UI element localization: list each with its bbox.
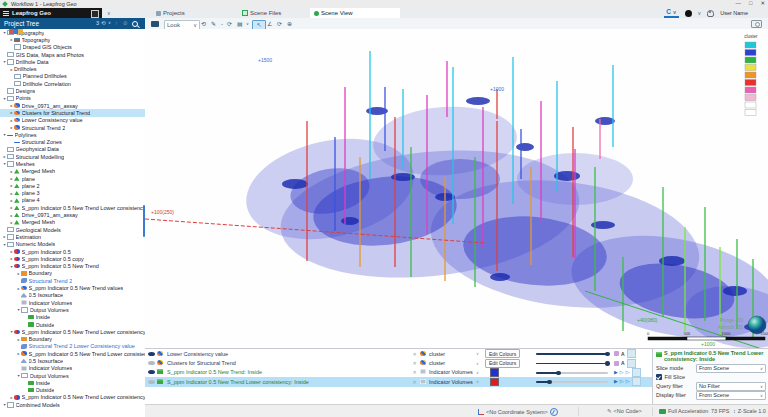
- user-name[interactable]: User Name: [720, 10, 748, 16]
- remove-icon[interactable]: ✕: [409, 351, 420, 357]
- flag-icon[interactable]: [614, 351, 619, 356]
- tree-item[interactable]: ▾S_ppm Indicator 0.5 New Trend Lower con…: [0, 328, 145, 335]
- tree-item[interactable]: Inside: [0, 314, 145, 321]
- tree-item[interactable]: ▸plane: [0, 175, 145, 182]
- shape-row[interactable]: S_ppm Indicator 0.5 New Trend Lower cons…: [145, 377, 652, 386]
- expander-closed-icon[interactable]: ▸: [9, 198, 14, 203]
- tree-item[interactable]: GIS Data, Maps and Photos: [0, 51, 145, 58]
- step-forward-icon[interactable]: ▷: [626, 379, 630, 384]
- chevron-down-icon[interactable]: ∨: [476, 361, 485, 366]
- orbit-icon[interactable]: ⟲: [200, 20, 207, 28]
- tree-item[interactable]: ▸S_ppm Indicator 0.5: [0, 248, 145, 255]
- tree-item[interactable]: ▸S_ppm Indicator 0.5 New Trend Lower con…: [0, 394, 145, 401]
- tree-item[interactable]: Indicator Volumes: [0, 365, 145, 372]
- tree-item[interactable]: Structural Trend 2: [0, 277, 145, 284]
- play-icon[interactable]: ▶: [614, 370, 618, 375]
- slicer-icon[interactable]: ▤: [236, 20, 244, 28]
- expander-closed-icon[interactable]: ▸: [9, 169, 14, 174]
- opacity-slider[interactable]: [534, 368, 614, 377]
- tree-item[interactable]: ▸Drillholes: [0, 65, 145, 72]
- legend-colour-chip[interactable]: [745, 72, 756, 78]
- slider-knob[interactable]: [556, 371, 561, 376]
- tree-item[interactable]: ▸Merged Mesh: [0, 219, 145, 226]
- refresh-icon[interactable]: ⟲: [101, 20, 106, 26]
- text-format-icon[interactable]: A: [621, 360, 625, 366]
- tree-item[interactable]: Structural Zones: [0, 138, 145, 145]
- tree-item[interactable]: Planned Drillholes: [0, 73, 145, 80]
- visibility-cell[interactable]: [145, 380, 157, 384]
- tree-item[interactable]: Indicator Volumes: [0, 299, 145, 306]
- tree-item[interactable]: ▸Drive_0971_am_assay: [0, 102, 145, 109]
- visibility-cell[interactable]: [145, 370, 157, 374]
- tree-item[interactable]: ▾Combined Models: [0, 401, 145, 408]
- slider-knob[interactable]: [547, 380, 552, 385]
- tree-item[interactable]: Geophysical Data: [0, 146, 145, 153]
- arrow-up-icon[interactable]: ↑: [115, 20, 118, 26]
- shape-row[interactable]: Clusters for Structural Trend✕cluster∨Ed…: [145, 358, 652, 367]
- chevron-down-icon[interactable]: ∨: [476, 379, 485, 384]
- tree-item[interactable]: ▸Lower Consistency value: [0, 117, 145, 124]
- avatar[interactable]: [685, 10, 692, 17]
- remove-icon[interactable]: ✕: [409, 360, 420, 366]
- tree-item[interactable]: 0.5 Isosurface: [0, 357, 145, 364]
- legend-colour-chip[interactable]: [745, 110, 756, 116]
- tree-item[interactable]: ▸S_ppm Indicator 0.5 copy: [0, 255, 145, 262]
- chevron-down-icon[interactable]: ∨: [476, 351, 485, 356]
- expander-closed-icon[interactable]: ▸: [9, 220, 14, 225]
- tab-projects[interactable]: Projects: [152, 8, 222, 18]
- expander-closed-icon[interactable]: ▸: [9, 191, 14, 196]
- tree-item[interactable]: ▸Merged Mesh: [0, 168, 145, 175]
- legend-colour-chip[interactable]: [745, 50, 756, 56]
- tree-item[interactable]: ▸plane 3: [0, 190, 145, 197]
- legend-colour-chip[interactable]: [745, 80, 756, 86]
- edit-colours-button[interactable]: Edit Colours: [485, 349, 520, 358]
- edit-colours-button[interactable]: Edit Colours: [485, 359, 520, 368]
- tree-item[interactable]: ▸Drive_0971_am_assay: [0, 211, 145, 218]
- step-icon[interactable]: ▷: [620, 379, 624, 384]
- tree-item[interactable]: ▸Boundary: [0, 335, 145, 342]
- properties-box-icon[interactable]: [632, 368, 641, 377]
- shape-row[interactable]: S_ppm Indicator 0.5 New Trend: Inside✕In…: [145, 368, 652, 377]
- link-icon[interactable]: ⊕: [286, 20, 293, 28]
- tab-scene-files[interactable]: Scene Files: [238, 8, 312, 18]
- hamburger-menu-icon[interactable]: [3, 11, 9, 12]
- tree-item[interactable]: ▾Output Volumes: [0, 372, 145, 379]
- properties-box-icon[interactable]: [632, 377, 641, 386]
- tree-item[interactable]: ▸S_ppm Indicator 0.5 New Trend Lower con…: [0, 204, 145, 211]
- step-forward-icon[interactable]: ▷: [626, 370, 630, 375]
- legend-colour-chip[interactable]: [745, 102, 756, 108]
- tree-item[interactable]: ▸plane 2: [0, 182, 145, 189]
- eye-off-icon[interactable]: [148, 380, 155, 384]
- eye-icon[interactable]: [148, 370, 155, 374]
- scene-display-icon[interactable]: [150, 20, 160, 28]
- legend-colour-chip[interactable]: [745, 42, 756, 48]
- eye-off-icon[interactable]: [148, 361, 155, 365]
- tree-item[interactable]: ▸Structural Trend 2: [0, 124, 145, 131]
- detach-window-icon[interactable]: [91, 10, 99, 18]
- slider-knob[interactable]: [605, 352, 610, 357]
- shape-row[interactable]: Lower Consistency value✕cluster∨Edit Col…: [145, 349, 652, 358]
- maximize-button[interactable]: □: [749, 0, 752, 6]
- draw-slicer-icon[interactable]: ✎: [210, 20, 217, 28]
- tree-item[interactable]: ▸S_ppm Indicator 0.5 New Trend values: [0, 284, 145, 291]
- tree-item[interactable]: Draped GIS Objects: [0, 44, 145, 51]
- legend-colour-chip[interactable]: [745, 87, 756, 93]
- opacity-slider[interactable]: [534, 349, 614, 358]
- camera-icon[interactable]: [750, 20, 763, 28]
- tree-item[interactable]: Outside: [0, 321, 145, 328]
- coordinate-system-status[interactable]: <No Coordinate System>: [478, 408, 558, 416]
- search-icon[interactable]: [132, 21, 138, 27]
- tree-item[interactable]: ▾Points: [0, 95, 145, 102]
- legend-colour-chip[interactable]: [745, 57, 756, 63]
- chevron-down-icon[interactable]: ∨: [698, 10, 702, 16]
- sync-icon[interactable]: ⟳: [276, 20, 283, 28]
- acceleration-status[interactable]: Full Acceleration: [659, 408, 708, 414]
- chevron-down-icon[interactable]: ∨: [107, 10, 111, 16]
- tree-item[interactable]: ▸Topography: [0, 36, 145, 43]
- tree-item[interactable]: ▸Clusters for Structural Trend: [0, 109, 145, 116]
- colour-chip[interactable]: [490, 368, 499, 377]
- tree-item[interactable]: ▸S_ppm Indicator 0.5 New Trend Lower con…: [0, 350, 145, 357]
- tree-item[interactable]: ▸Structural Modelling: [0, 153, 145, 160]
- expander-closed-icon[interactable]: ▸: [9, 176, 14, 181]
- query-filter-select[interactable]: No Filter∨: [696, 382, 766, 391]
